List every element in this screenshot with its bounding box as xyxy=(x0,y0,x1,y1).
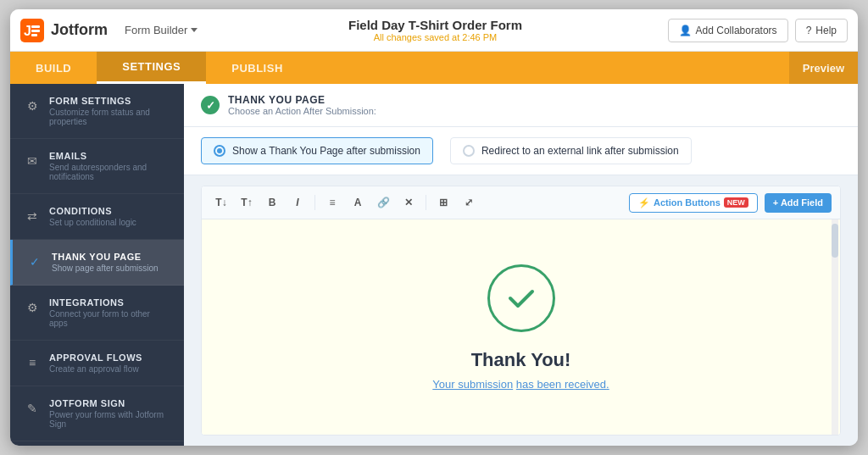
scrollbar-thumb xyxy=(832,224,838,258)
gear-icon: ⚙ xyxy=(24,97,41,114)
sidebar-form-settings-desc: Customize form status and properties xyxy=(49,108,170,126)
form-builder-label: Form Builder xyxy=(125,24,187,36)
svg-rect-2 xyxy=(31,25,40,28)
thank-you-title: Thank You! xyxy=(432,349,609,371)
right-panel: THANK YOU PAGE Choose an Action After Su… xyxy=(184,84,858,446)
sidebar-approval-desc: Create an approval flow xyxy=(49,364,170,374)
toolbar-font-size-up[interactable]: T↑ xyxy=(236,191,258,214)
toolbar-right: ⚡ Action Buttons NEW + Add Field xyxy=(629,193,832,213)
section-check-icon xyxy=(201,96,220,114)
form-title: Field Day T-Shirt Order Form xyxy=(203,18,667,32)
tab-preview[interactable]: Preview xyxy=(789,52,858,84)
toolbar-bold[interactable]: B xyxy=(261,191,283,214)
toolbar-separator-2 xyxy=(426,195,426,210)
action-buttons-label: Action Buttons xyxy=(654,197,721,208)
sidebar-conditions-desc: Set up conditional logic xyxy=(49,218,170,227)
sidebar-item-mobile-notifications[interactable]: 📱 MOBILE NOTIFICATIONS Customize mobile … xyxy=(10,441,184,446)
conditions-icon: ⇄ xyxy=(24,208,41,225)
section-subtitle: Choose an Action After Submission: xyxy=(228,106,376,116)
sidebar-conditions-title: CONDITIONS xyxy=(49,206,170,216)
toolbar-align[interactable]: ≡ xyxy=(321,191,343,214)
action-buttons-button[interactable]: ⚡ Action Buttons NEW xyxy=(629,193,758,213)
add-field-label: + Add Field xyxy=(773,197,823,208)
sidebar-item-form-settings[interactable]: ⚙ FORM SETTINGS Customize form status an… xyxy=(10,84,184,139)
form-builder-button[interactable]: Form Builder xyxy=(120,20,203,40)
toolbar-table[interactable]: ⊞ xyxy=(432,191,454,214)
chevron-down-icon xyxy=(191,28,198,32)
section-title: THANK YOU PAGE xyxy=(228,94,376,106)
subtitle-pre: Your submission xyxy=(432,378,513,391)
toolbar-text-color[interactable]: A xyxy=(347,191,369,214)
svg-rect-3 xyxy=(31,30,40,32)
add-collaborators-button[interactable]: 👤 Add Collaborators xyxy=(668,19,788,42)
add-collaborators-label: Add Collaborators xyxy=(696,25,777,36)
lightning-icon: ⚡ xyxy=(638,197,650,208)
header-right: 👤 Add Collaborators ? Help xyxy=(668,19,848,42)
jotform-logo-icon: J xyxy=(20,19,44,42)
add-field-button[interactable]: + Add Field xyxy=(765,193,832,213)
approval-icon: ≡ xyxy=(24,354,41,371)
sidebar-sign-desc: Power your forms with Jotform Sign xyxy=(49,410,170,429)
sidebar-thank-you-title: THANK YOU PAGE xyxy=(52,252,170,262)
person-icon: 👤 xyxy=(679,25,692,36)
sidebar-item-approval-flows[interactable]: ≡ APPROVAL FLOWS Create an approval flow xyxy=(10,341,184,386)
radio-redirect-label: Redirect to an external link after submi… xyxy=(481,145,679,157)
checkmark-circle xyxy=(487,264,555,332)
toolbar-italic[interactable]: I xyxy=(287,191,309,214)
tab-build[interactable]: BUILD xyxy=(10,52,97,84)
thank-you-subtitle: Your submission has been received. xyxy=(432,378,609,391)
radio-options: Show a Thank You Page after submission R… xyxy=(184,127,858,175)
radio-show-label: Show a Thank You Page after submission xyxy=(232,145,420,157)
app-window: J Jotform Form Builder Field Day T-Shirt… xyxy=(10,9,858,446)
logo-area: J Jotform Form Builder xyxy=(20,19,203,42)
editor-scrollbar[interactable] xyxy=(832,219,838,435)
toolbar-fullscreen[interactable]: ⤢ xyxy=(458,191,480,214)
sidebar-item-conditions[interactable]: ⇄ CONDITIONS Set up conditional logic xyxy=(10,194,184,240)
svg-text:J: J xyxy=(24,24,31,38)
sidebar-item-thank-you[interactable]: ✓ THANK YOU PAGE Show page after submiss… xyxy=(10,240,184,286)
editor-content: Thank You! Your submission has been rece… xyxy=(202,219,840,435)
sidebar-emails-desc: Send autoresponders and notifications xyxy=(49,163,170,181)
svg-rect-4 xyxy=(31,34,37,36)
sidebar-item-jotform-sign[interactable]: ✎ JOTFORM SIGN Power your forms with Jot… xyxy=(10,386,184,441)
toolbar-remove[interactable]: ✕ xyxy=(398,191,420,214)
sidebar: ⚙ FORM SETTINGS Customize form status an… xyxy=(10,84,184,446)
save-status: All changes saved at 2:46 PM xyxy=(203,32,667,42)
sidebar-sign-title: JOTFORM SIGN xyxy=(49,398,170,408)
radio-show-thank-you[interactable]: Show a Thank You Page after submission xyxy=(201,137,433,164)
header: J Jotform Form Builder Field Day T-Shirt… xyxy=(10,9,858,52)
toolbar-separator-1 xyxy=(314,195,315,210)
toolbar-link[interactable]: 🔗 xyxy=(372,191,394,214)
thank-you-content: Thank You! Your submission has been rece… xyxy=(407,239,634,416)
help-label: Help xyxy=(815,25,837,36)
help-button[interactable]: ? Help xyxy=(795,19,848,42)
integrations-icon: ⚙ xyxy=(24,299,41,316)
help-icon: ? xyxy=(806,25,812,36)
checkmark-svg xyxy=(504,281,538,315)
subtitle-link: has been received xyxy=(516,378,606,391)
logo-text: Jotform xyxy=(51,21,108,39)
editor-toolbar: T↓ T↑ B I ≡ A 🔗 ✕ ⊞ ⤢ ⚡ Action Butt xyxy=(202,186,840,219)
radio-dot-unselected xyxy=(463,145,475,157)
editor-area: T↓ T↑ B I ≡ A 🔗 ✕ ⊞ ⤢ ⚡ Action Butt xyxy=(201,186,841,436)
sidebar-integrations-title: INTEGRATIONS xyxy=(49,297,170,308)
section-header: THANK YOU PAGE Choose an Action After Su… xyxy=(184,84,858,127)
sidebar-item-emails[interactable]: ✉ EMAILS Send autoresponders and notific… xyxy=(10,139,184,194)
check-circle-icon: ✓ xyxy=(26,253,43,270)
sidebar-thank-you-desc: Show page after submission xyxy=(52,264,170,273)
toolbar-font-size-down[interactable]: T↓ xyxy=(210,191,232,214)
sidebar-form-settings-title: FORM SETTINGS xyxy=(49,96,170,106)
sidebar-approval-title: APPROVAL FLOWS xyxy=(49,352,170,363)
email-icon: ✉ xyxy=(24,153,41,169)
tab-settings[interactable]: SETTINGS xyxy=(97,52,206,84)
header-center: Field Day T-Shirt Order Form All changes… xyxy=(203,18,667,42)
sign-icon: ✎ xyxy=(24,400,41,417)
tab-bar: BUILD SETTINGS PUBLISH Preview xyxy=(10,52,858,84)
main-content: ⚙ FORM SETTINGS Customize form status an… xyxy=(10,84,858,446)
sidebar-emails-title: EMAILS xyxy=(49,151,170,161)
sidebar-item-integrations[interactable]: ⚙ INTEGRATIONS Connect your form to othe… xyxy=(10,286,184,341)
tab-publish[interactable]: PUBLISH xyxy=(206,52,309,84)
radio-redirect[interactable]: Redirect to an external link after submi… xyxy=(450,137,692,164)
sidebar-integrations-desc: Connect your form to other apps xyxy=(49,309,170,328)
radio-dot-selected xyxy=(214,145,225,157)
